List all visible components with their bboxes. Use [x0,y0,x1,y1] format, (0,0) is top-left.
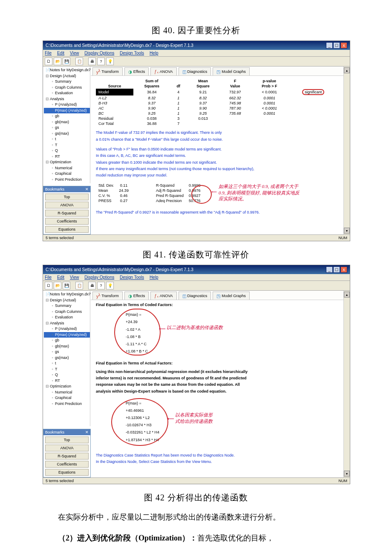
tree-p-analyzed-2[interactable]: ▫P (Analyzed) [44,326,90,332]
tree-gb[interactable]: ▫gb [44,113,90,119]
tree-notes-2[interactable]: 📄Notes for MyDesign.dx7 [44,292,90,298]
maximize-button[interactable]: ☐ [333,42,340,49]
tree-design[interactable]: ⊟Design (Actual) [44,73,90,79]
tree-graphical[interactable]: ▫Graphical [44,171,90,177]
menu-display-options-2[interactable]: Display Options [84,275,114,280]
tree-gsmax[interactable]: ▫gs(max) [44,131,90,137]
bookmark-top-2[interactable]: Top [45,436,89,443]
tree-evaluation-2[interactable]: ▫Evaluation [44,315,90,321]
toolbar-open-icon-2[interactable]: 📂 [54,282,61,289]
tree-t[interactable]: ▫t [44,136,90,142]
toolbar-info-icon-2[interactable]: 💡 [106,282,114,289]
scroll-down-icon-2[interactable]: ▼ [344,471,350,477]
tree-notes[interactable]: 📄Notes for MyDesign.dx7 [44,67,90,73]
tree-pmax-analyzed-2[interactable]: ▫P(max) (Analyzed) [44,332,90,338]
tab-anova[interactable]: ƒₓANOVA [150,67,176,75]
tree-gb-2[interactable]: ▫gb [44,338,90,344]
menu-display-options[interactable]: Display Options [84,51,114,55]
menu-file[interactable]: File [45,51,52,55]
tree-analysis[interactable]: ⊟Analysis [44,96,90,102]
close-button[interactable]: X [340,42,347,49]
tree-numerical[interactable]: ▫Numerical [44,165,90,171]
tree-Q-2[interactable]: ▫Q [44,372,90,378]
tab-diagnostics-2[interactable]: ◫Diagnostics [179,292,211,300]
tree-pmax-analyzed[interactable]: ▫P(max) (Analyzed) [44,108,90,114]
toolbar-save-icon-2[interactable]: 💾 [63,282,70,289]
bookmark-anova-2[interactable]: ANOVA [45,445,89,451]
tab-diagnostics[interactable]: ◫Diagnostics [179,67,211,75]
tree-graphcols-2[interactable]: ▫Graph Columns [44,309,90,315]
tree-summary[interactable]: ▫Summary [44,79,90,85]
tree-p-analyzed[interactable]: ▫P (Analyzed) [44,102,90,108]
scroll-up-icon[interactable]: ▲ [344,67,350,73]
tree-graphical-2[interactable]: ▫Graphical [44,395,90,401]
toolbar-copy-icon-2[interactable]: 📋 [75,282,83,289]
scroll-down-icon[interactable]: ▼ [344,228,350,234]
menu-edit[interactable]: Edit [57,51,64,55]
menu-view-2[interactable]: View [70,275,79,280]
scrollbar-2[interactable]: ▲ ▼ [343,291,350,477]
toolbar-info-icon[interactable]: 💡 [106,58,114,65]
bookmark-equations-2[interactable]: Equations [45,469,89,476]
tree-graphcols[interactable]: ▫Graph Columns [44,85,90,91]
toolbar-print-icon[interactable]: 🖶 [88,58,96,65]
toolbar-new-icon-2[interactable]: 🗋 [45,282,52,289]
tab-anova-2[interactable]: ƒₓANOVA [150,292,176,300]
minimize-button[interactable]: _ [326,42,333,49]
bookmark-rsquared-2[interactable]: R-Squared [45,453,89,460]
toolbar-save-icon[interactable]: 💾 [63,58,70,65]
tree-summary-2[interactable]: ▫Summary [44,303,90,309]
tree-gbmax[interactable]: ▫gb(max) [44,119,90,125]
tree-analysis-2[interactable]: ⊟Analysis [44,321,90,327]
tree-Q[interactable]: ▫Q [44,148,90,154]
tree-T[interactable]: ▫T [44,142,90,148]
tree-RT-2[interactable]: ▫RT [44,378,90,384]
tree-numerical-2[interactable]: ▫Numerical [44,390,90,396]
scroll-up-icon-2[interactable]: ▲ [344,292,350,298]
menu-help-2[interactable]: Help [150,275,159,280]
tree-t-2[interactable]: ▫t [44,361,90,367]
tree-gbmax-2[interactable]: ▫gb(max) [44,344,90,350]
maximize-button-2[interactable]: ☐ [333,266,340,273]
bookmarks-close-icon-2[interactable]: ✕ [85,430,89,434]
tree-gsmax-2[interactable]: ▫gs(max) [44,355,90,361]
tree-pointpred-2[interactable]: ▫Point Prediction [44,401,90,407]
menu-design-tools-2[interactable]: Design Tools [120,275,144,280]
toolbar-copy-icon[interactable]: 📋 [75,58,83,65]
bookmarks-close-icon[interactable]: ✕ [85,187,89,191]
tree-optimization-2[interactable]: ⊟Optimization [44,384,90,390]
bookmark-equations[interactable]: Equations [45,226,89,233]
bookmark-top[interactable]: Top [45,194,89,200]
menu-edit-2[interactable]: Edit [57,275,64,280]
bookmark-coefficients-2[interactable]: Coefficients [45,461,89,468]
close-button-2[interactable]: X [340,266,347,273]
menu-file-2[interactable]: File [45,275,52,280]
scrollbar[interactable]: ▲ ▼ [343,66,350,234]
toolbar-new-icon[interactable]: 🗋 [45,58,52,65]
tab-transform-2[interactable]: yλTransform [92,292,123,300]
menu-design-tools[interactable]: Design Tools [120,51,144,55]
tree-RT[interactable]: ▫RT [44,154,90,160]
tab-modelgraphs-2[interactable]: ◳Model Graphs [213,292,250,300]
tab-transform[interactable]: yλTransform [92,67,123,75]
tab-effects[interactable]: ◑Effects [124,67,149,75]
toolbar-help-icon[interactable]: ? [97,58,105,65]
tree-optimization[interactable]: ⊟Optimization [44,159,90,165]
menu-help[interactable]: Help [150,51,159,55]
tree-evaluation[interactable]: ▫Evaluation [44,90,90,96]
tab-effects-2[interactable]: ◑Effects [124,292,149,300]
bookmark-rsquared[interactable]: R-Squared [45,210,89,217]
tree-gs[interactable]: ▫gs [44,125,90,131]
minimize-button-2[interactable]: _ [326,266,333,273]
bookmark-coefficients[interactable]: Coefficients [45,218,89,225]
menu-view[interactable]: View [70,51,79,55]
toolbar-print-icon-2[interactable]: 🖶 [88,282,96,289]
tree-T-2[interactable]: ▫T [44,367,90,373]
toolbar-help-icon-2[interactable]: ? [97,282,105,289]
toolbar-open-icon[interactable]: 📂 [54,58,61,65]
tree-pointpred[interactable]: ▫Point Prediction [44,177,90,183]
bookmark-anova[interactable]: ANOVA [45,202,89,208]
tree-gs-2[interactable]: ▫gs [44,349,90,355]
tree-design-2[interactable]: ⊟Design (Actual) [44,298,90,304]
tab-modelgraphs[interactable]: ◳Model Graphs [213,67,250,75]
